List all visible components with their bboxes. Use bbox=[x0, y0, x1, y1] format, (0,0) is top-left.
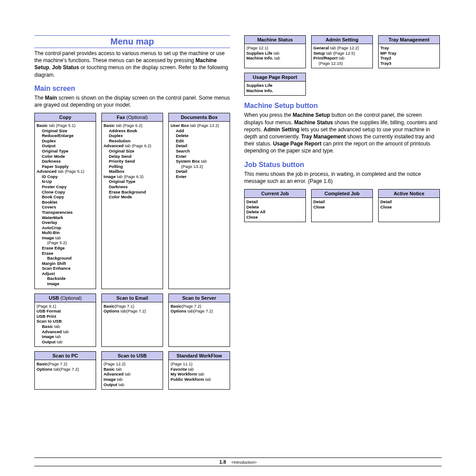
left-column: Menu map The control panel provides acce… bbox=[34, 35, 230, 390]
box-scan-email-head: Scan to Email bbox=[102, 294, 163, 302]
footer-section: <Introduction> bbox=[231, 460, 257, 465]
box-completed-job-body: DetailClose bbox=[312, 198, 372, 212]
box-tray-mgmt: Tray Management TrayMP TrayTray2Tray3 bbox=[378, 35, 440, 68]
box-machine-status-head: Machine Status bbox=[245, 36, 305, 44]
job-status-text: This menu shows the job in process, in w… bbox=[244, 171, 440, 185]
box-copy-head: Copy bbox=[35, 113, 96, 122]
box-current-job-body: DetailDeleteDelete AllClose bbox=[245, 198, 305, 222]
box-fax-body: Basic tab (Page 6.2)Address BookDuplexRe… bbox=[102, 122, 163, 202]
heading-main-screen: Main screen bbox=[34, 85, 230, 93]
box-scan-pc-head: Scan to PC bbox=[35, 352, 96, 360]
box-current-job: Current Job DetailDeleteDelete AllClose bbox=[244, 189, 306, 222]
box-active-notice: Active Notice DetailClose bbox=[378, 189, 440, 222]
right-column: Machine Status (Page 12.1)Supplies Life … bbox=[244, 35, 440, 390]
box-usage-report: Usage Page Report Supplies LifeMachine I… bbox=[244, 73, 306, 96]
box-docbox-body: User Box tab (Page 13.2)AddDeleteEditDet… bbox=[169, 122, 230, 181]
menu-row-3: Scan to PC Basic(Page 7.2)Options tab(Pa… bbox=[34, 351, 230, 390]
box-tray-mgmt-body: TrayMP TrayTray2Tray3 bbox=[379, 44, 439, 68]
title-menu-map: Menu map bbox=[34, 35, 230, 48]
box-current-job-head: Current Job bbox=[245, 190, 305, 198]
box-scan-usb-head: Scan to USB bbox=[102, 352, 163, 360]
box-docbox: Documents Box User Box tab (Page 13.2)Ad… bbox=[168, 113, 230, 289]
job-status-row: Current Job DetailDeleteDelete AllClose … bbox=[244, 189, 440, 222]
box-scan-server-body: Basic(Page 7.2)Options tab(Page 7.2) bbox=[169, 302, 230, 316]
machine-setup-text: When you press the Machine Setup button … bbox=[244, 112, 440, 154]
menu-row-1: Copy Basic tab (Page 5.1)Original SizeRe… bbox=[34, 113, 230, 289]
page-footer: 1.8 <Introduction> bbox=[34, 457, 442, 466]
box-active-notice-body: DetailClose bbox=[379, 198, 439, 212]
box-machine-status-body: (Page 12.1)Supplies Life tabMachine Info… bbox=[245, 44, 305, 63]
box-scan-pc-body: Basic(Page 7.2)Options tab(Page 7.2) bbox=[35, 360, 96, 374]
box-usb-head: USB (Optional) bbox=[35, 294, 96, 302]
heading-job-status: Job Status button bbox=[244, 161, 440, 169]
box-workflow: Standard WorkFlow (Page 11.1)Favorite ta… bbox=[168, 351, 230, 390]
box-scan-email-body: Basic(Page 7.1)Options tab(Page 7.2) bbox=[102, 302, 163, 316]
box-usb: USB (Optional) (Page 9.1)USB FormatUSB P… bbox=[34, 294, 96, 347]
intro-text: The control panel provides access to var… bbox=[34, 50, 230, 78]
box-usage-report-head: Usage Page Report bbox=[245, 73, 305, 82]
box-scan-usb: Scan to USB (Page 12.2)Basic tabAdvanced… bbox=[101, 351, 163, 390]
box-scan-email: Scan to Email Basic(Page 7.1)Options tab… bbox=[101, 294, 163, 347]
box-admin-setting-body: General tab (Page 12.2)Setup tab (Page 1… bbox=[312, 44, 372, 68]
box-docbox-head: Documents Box bbox=[169, 113, 230, 122]
menu-row-2: USB (Optional) (Page 9.1)USB FormatUSB P… bbox=[34, 294, 230, 347]
box-usb-body: (Page 9.1)USB FormatUSB PrintScan to USB… bbox=[35, 302, 96, 347]
box-machine-status: Machine Status (Page 12.1)Supplies Life … bbox=[244, 35, 306, 68]
box-admin-setting: Admin Setting General tab (Page 12.2)Set… bbox=[311, 35, 373, 68]
box-fax-head: Fax (Optional) bbox=[102, 113, 163, 122]
box-scan-usb-body: (Page 12.2)Basic tabAdvanced tabImage ta… bbox=[102, 360, 163, 389]
box-tray-mgmt-head: Tray Management bbox=[379, 36, 439, 44]
box-scan-pc: Scan to PC Basic(Page 7.2)Options tab(Pa… bbox=[34, 351, 96, 390]
footer-page-num: 1.8 bbox=[219, 459, 226, 465]
box-scan-server: Scan to Server Basic(Page 7.2)Options ta… bbox=[168, 294, 230, 347]
box-scan-server-head: Scan to Server bbox=[169, 294, 230, 302]
box-copy: Copy Basic tab (Page 5.1)Original SizeRe… bbox=[34, 113, 96, 289]
box-fax: Fax (Optional) Basic tab (Page 6.2)Addre… bbox=[101, 113, 163, 289]
machine-setup-row-2: Usage Page Report Supplies LifeMachine I… bbox=[244, 73, 440, 96]
box-copy-body: Basic tab (Page 5.1)Original SizeReduce/… bbox=[35, 122, 96, 289]
box-workflow-body: (Page 11.1)Favorite tabMy Workform tabPu… bbox=[169, 360, 230, 384]
heading-machine-setup: Machine Setup button bbox=[244, 102, 440, 110]
box-workflow-head: Standard WorkFlow bbox=[169, 352, 230, 360]
box-active-notice-head: Active Notice bbox=[379, 190, 439, 198]
box-usage-report-body: Supplies LifeMachine Info. bbox=[245, 82, 305, 95]
box-completed-job: Completed Job DetailClose bbox=[311, 189, 373, 222]
machine-setup-row-1: Machine Status (Page 12.1)Supplies Life … bbox=[244, 35, 440, 68]
box-completed-job-head: Completed Job bbox=[312, 190, 372, 198]
main-screen-text: The Main screen is shown on the display … bbox=[34, 94, 230, 108]
box-admin-setting-head: Admin Setting bbox=[312, 36, 372, 44]
